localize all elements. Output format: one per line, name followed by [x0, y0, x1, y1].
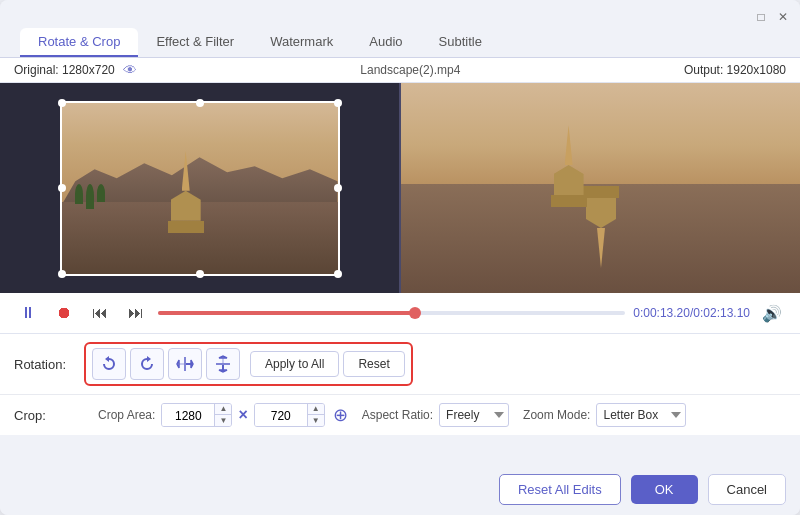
- crop-height-spinners: ▲ ▼: [307, 404, 324, 426]
- tab-subtitle[interactable]: Subtitle: [421, 28, 500, 57]
- handle-top-right[interactable]: [334, 99, 342, 107]
- rotation-controls: Apply to All Reset: [84, 342, 413, 386]
- pause-button[interactable]: ⏸: [14, 299, 42, 327]
- cancel-button[interactable]: Cancel: [708, 474, 786, 505]
- zoom-mode-label: Zoom Mode:: [523, 408, 590, 422]
- crop-height-field[interactable]: [255, 404, 307, 427]
- tab-rotate-crop[interactable]: Rotate & Crop: [20, 28, 138, 57]
- progress-thumb[interactable]: [409, 307, 421, 319]
- next-button[interactable]: ⏭: [122, 299, 150, 327]
- crop-width-input[interactable]: ▲ ▼: [161, 403, 232, 427]
- tab-effect-filter[interactable]: Effect & Filter: [138, 28, 252, 57]
- crop-area-group: Crop Area: ▲ ▼ × ▲ ▼ ⊕: [98, 403, 348, 427]
- preview-left: [0, 83, 401, 293]
- crop-height-up[interactable]: ▲: [308, 404, 324, 415]
- svg-rect-0: [177, 363, 184, 365]
- crop-area-label: Crop Area:: [98, 408, 155, 422]
- crop-image: [62, 103, 338, 274]
- flip-horizontal-button[interactable]: [168, 348, 202, 380]
- progress-track[interactable]: [158, 311, 625, 315]
- info-left: Original: 1280x720 👁: [14, 62, 137, 78]
- time-display: 0:00:13.20/0:02:13.10: [633, 306, 750, 320]
- rotation-section: Rotation:: [0, 334, 800, 395]
- svg-rect-3: [222, 365, 224, 372]
- prev-button[interactable]: ⏮: [86, 299, 114, 327]
- preview-right: [401, 83, 800, 293]
- temple-scene: [62, 103, 338, 274]
- crop-canvas[interactable]: [60, 101, 340, 276]
- main-window: □ ✕ Rotate & Crop Effect & Filter Waterm…: [0, 0, 800, 515]
- tab-watermark[interactable]: Watermark: [252, 28, 351, 57]
- controls-bar: ⏸ ⏺ ⏮ ⏭ 0:00:13.20/0:02:13.10 🔊: [0, 293, 800, 334]
- crop-height-input[interactable]: ▲ ▼: [254, 403, 325, 427]
- temple: [166, 151, 206, 231]
- flip-vertical-button[interactable]: [206, 348, 240, 380]
- crop-width-spinners: ▲ ▼: [214, 404, 231, 426]
- rotate-ccw-button[interactable]: [92, 348, 126, 380]
- crop-height-down[interactable]: ▼: [308, 415, 324, 426]
- output-preview: [401, 83, 800, 293]
- tab-audio[interactable]: Audio: [351, 28, 420, 57]
- rotation-reset-button[interactable]: Reset: [343, 351, 404, 377]
- apply-to-all-button[interactable]: Apply to All: [250, 351, 339, 377]
- crop-label: Crop:: [14, 408, 84, 423]
- reset-all-edits-button[interactable]: Reset All Edits: [499, 474, 621, 505]
- aspect-ratio-group: Aspect Ratio: Freely 16:9 4:3 1:1 9:16: [362, 403, 509, 427]
- handle-mid-right[interactable]: [334, 184, 342, 192]
- svg-rect-2: [222, 356, 224, 363]
- record-button[interactable]: ⏺: [50, 299, 78, 327]
- preview-area: [0, 83, 800, 293]
- spacer: [0, 435, 800, 464]
- original-resolution: Original: 1280x720: [14, 63, 115, 77]
- crop-section: Crop: Crop Area: ▲ ▼ × ▲ ▼ ⊕ Aspect Rat: [0, 395, 800, 435]
- filename: Landscape(2).mp4: [360, 63, 460, 77]
- aspect-ratio-label: Aspect Ratio:: [362, 408, 433, 422]
- handle-bottom-right[interactable]: [334, 270, 342, 278]
- minimize-button[interactable]: □: [754, 10, 768, 24]
- ok-button[interactable]: OK: [631, 475, 698, 504]
- eye-icon[interactable]: 👁: [123, 62, 137, 78]
- rotate-cw-button[interactable]: [130, 348, 164, 380]
- zoom-mode-group: Zoom Mode: Letter Box Pan & Scan Full: [523, 403, 686, 427]
- handle-bottom-left[interactable]: [58, 270, 66, 278]
- handle-bottom-mid[interactable]: [196, 270, 204, 278]
- crop-width-up[interactable]: ▲: [215, 404, 231, 415]
- title-bar-controls: □ ✕: [754, 10, 790, 24]
- output-resolution: Output: 1920x1080: [684, 63, 786, 77]
- info-bar: Original: 1280x720 👁 Landscape(2).mp4 Ou…: [0, 58, 800, 83]
- close-button[interactable]: ✕: [776, 10, 790, 24]
- rotation-label: Rotation:: [14, 357, 84, 372]
- trees: [75, 184, 105, 209]
- crop-width-down[interactable]: ▼: [215, 415, 231, 426]
- handle-top-mid[interactable]: [196, 99, 204, 107]
- footer: Reset All Edits OK Cancel: [0, 464, 800, 515]
- title-bar: □ ✕: [0, 0, 800, 28]
- dimension-separator: ×: [238, 406, 247, 424]
- zoom-mode-select[interactable]: Letter Box Pan & Scan Full: [596, 403, 686, 427]
- svg-rect-1: [186, 363, 193, 365]
- crop-cross-icon: ⊕: [333, 404, 348, 426]
- handle-top-left[interactable]: [58, 99, 66, 107]
- progress-fill: [158, 311, 415, 315]
- volume-button[interactable]: 🔊: [758, 299, 786, 327]
- tab-bar: Rotate & Crop Effect & Filter Watermark …: [0, 28, 800, 58]
- aspect-ratio-select[interactable]: Freely 16:9 4:3 1:1 9:16: [439, 403, 509, 427]
- handle-mid-left[interactable]: [58, 184, 66, 192]
- crop-width-field[interactable]: [162, 404, 214, 427]
- progress-container[interactable]: [158, 311, 625, 315]
